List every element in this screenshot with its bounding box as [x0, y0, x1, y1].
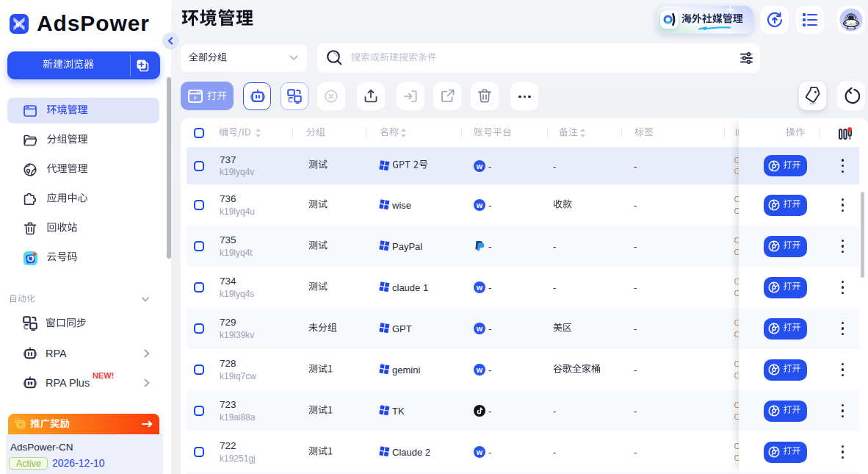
- svg-text:w: w: [476, 365, 483, 374]
- svg-text:w: w: [476, 201, 483, 209]
- svg-text:w: w: [476, 448, 483, 456]
- svg-text:w: w: [476, 161, 483, 170]
- svg-text:w: w: [476, 283, 483, 292]
- svg-text:B: B: [19, 421, 23, 428]
- svg-text:w: w: [476, 324, 483, 333]
